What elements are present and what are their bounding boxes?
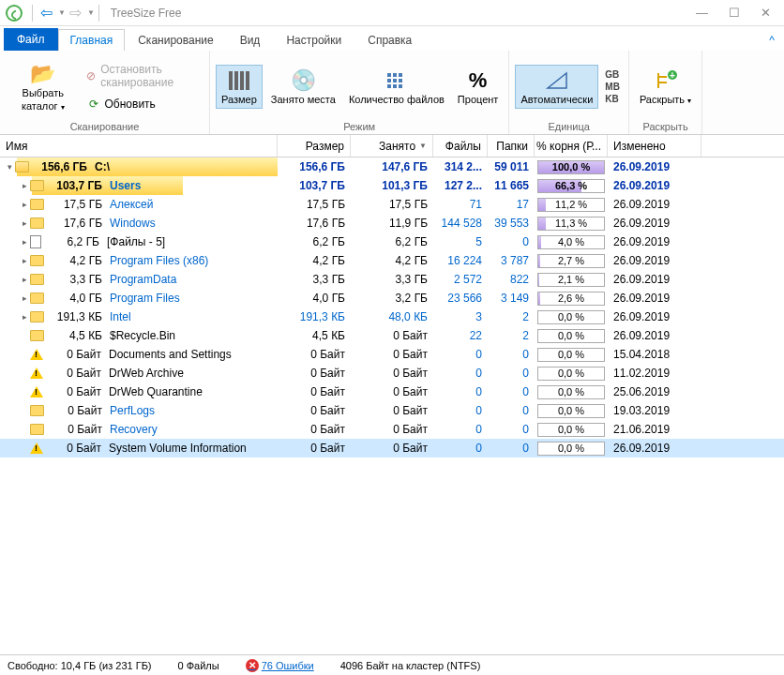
tree-row[interactable]: 0 БайтPerfLogs0 Байт0 Байт000,0 %19.03.2… <box>0 401 784 420</box>
tree-row[interactable]: 0 БайтSystem Volume Information0 Байт0 Б… <box>0 439 784 458</box>
row-size-prefix: 0 Байт <box>47 442 101 455</box>
tree-row[interactable]: ▸3,3 ГБProgramData3,3 ГБ3,3 ГБ2 5728222,… <box>0 270 784 289</box>
cell: 0 Байт <box>278 367 351 380</box>
cell: 3,3 ГБ <box>278 273 351 286</box>
unit-kb-button[interactable]: KB <box>605 94 620 104</box>
mode-percent-button[interactable]: % Процент <box>453 66 504 108</box>
mode-used-button[interactable]: 💿 Занято места <box>266 66 340 108</box>
tab-help[interactable]: Справка <box>354 30 425 51</box>
tree-row[interactable]: 4,5 КБ$Recycle.Bin4,5 КБ0 Байт2220,0 %26… <box>0 326 784 345</box>
unit-mb-button[interactable]: MB <box>605 82 620 92</box>
row-size-prefix: 4,2 ГБ <box>48 254 102 267</box>
cell-dirs: 11 665 <box>488 179 535 192</box>
col-dirs[interactable]: Папки <box>488 135 535 157</box>
expander-icon[interactable]: ▸ <box>19 293 30 303</box>
cell: 0 Байт <box>351 423 433 436</box>
cell: 0 Байт <box>278 348 351 361</box>
row-name: Program Files <box>110 292 180 305</box>
maximize-icon[interactable]: ☐ <box>729 6 740 20</box>
mode-count-button[interactable]: Количество файлов <box>344 66 449 108</box>
tab-settings[interactable]: Настройки <box>273 30 354 51</box>
tree-row[interactable]: ▸17,5 ГБАлексей17,5 ГБ17,5 ГБ711711,2 %2… <box>0 195 784 214</box>
expander-icon[interactable]: ▸ <box>19 256 30 265</box>
expand-tree-icon: + <box>651 68 681 94</box>
minimize-icon[interactable]: — <box>696 6 708 20</box>
expander-icon[interactable]: ▸ <box>19 237 30 247</box>
tree-row[interactable]: ▸103,7 ГБUsers103,7 ГБ101,3 ГБ127 2...11… <box>0 176 784 195</box>
expander-icon[interactable]: ▾ <box>4 162 15 172</box>
tree-row[interactable]: ▸17,6 ГБWindows17,6 ГБ11,9 ГБ144 52839 5… <box>0 214 784 232</box>
expander-icon[interactable]: ▸ <box>19 275 30 284</box>
ribbon-group-unit-label: Единица <box>515 119 622 132</box>
expand-button[interactable]: + Раскрыть ▾ <box>635 66 696 108</box>
tree-row[interactable]: 0 БайтDrWeb Archive0 Байт0 Байт000,0 %11… <box>0 364 784 382</box>
row-size-prefix: 0 Байт <box>47 367 101 380</box>
ribbon-collapse-icon[interactable]: ^ <box>760 30 784 51</box>
col-files[interactable]: Файлы <box>433 135 488 157</box>
cell-percent: 0,0 % <box>535 383 608 401</box>
cell-dirs: 2 <box>488 329 535 342</box>
stop-scan-button[interactable]: ⊘ Остановить сканирование <box>84 61 204 91</box>
expander-icon[interactable]: ▸ <box>19 181 30 190</box>
folder-icon <box>30 330 44 341</box>
cell-dirs: 0 <box>488 385 535 398</box>
col-date[interactable]: Изменено <box>608 135 701 157</box>
tab-file[interactable]: Файл <box>4 28 58 51</box>
row-size-prefix: 0 Байт <box>48 423 102 436</box>
cell-percent: 100,0 % <box>535 158 608 176</box>
nav-back-icon[interactable]: ⇦ <box>37 4 56 22</box>
row-name: ProgramData <box>110 273 176 286</box>
nav-forward-icon[interactable]: ⇨ <box>66 4 85 22</box>
cell-files: 16 224 <box>433 254 488 267</box>
tab-main[interactable]: Главная <box>58 29 126 51</box>
unit-auto-button[interactable]: Автоматически <box>515 65 598 109</box>
col-name[interactable]: Имя <box>0 135 278 157</box>
svg-rect-4 <box>387 73 391 77</box>
row-size-prefix: 191,3 КБ <box>48 310 102 323</box>
unit-gb-button[interactable]: GB <box>605 69 620 80</box>
folder-open-icon: 📂 <box>28 61 58 87</box>
tab-view[interactable]: Вид <box>227 30 274 51</box>
cell: 0 Байт <box>351 348 433 361</box>
cell: 3,2 ГБ <box>351 292 433 305</box>
column-header: Имя Размер Занято▼ Файлы Папки % корня (… <box>0 135 784 158</box>
tree-row[interactable]: ▸4,2 ГБProgram Files (x86)4,2 ГБ4,2 ГБ16… <box>0 251 784 270</box>
cell-percent: 2,6 % <box>535 290 608 308</box>
mode-size-button[interactable]: Размер <box>216 65 263 109</box>
col-pct[interactable]: % корня (Р... <box>535 135 608 157</box>
cell-date: 26.09.2019 <box>608 179 701 192</box>
close-icon[interactable]: ✕ <box>761 6 771 20</box>
col-size[interactable]: Размер <box>278 135 351 157</box>
row-name: Recovery <box>110 423 158 436</box>
row-size-prefix: 17,6 ГБ <box>48 217 102 230</box>
tree-row[interactable]: 0 БайтDrWeb Quarantine0 Байт0 Байт000,0 … <box>0 382 784 401</box>
refresh-button[interactable]: ⟳ Обновить <box>84 95 204 113</box>
tree-row[interactable]: ▸191,3 КБIntel191,3 КБ48,0 КБ320,0 %26.0… <box>0 308 784 326</box>
tree-body[interactable]: ▾156,6 ГБC:\156,6 ГБ147,6 ГБ314 2...59 0… <box>0 158 784 654</box>
cell: 3,3 ГБ <box>351 273 433 286</box>
cell-files: 127 2... <box>433 179 488 192</box>
col-used[interactable]: Занято▼ <box>351 135 433 157</box>
tree-row[interactable]: ▾156,6 ГБC:\156,6 ГБ147,6 ГБ314 2...59 0… <box>0 158 784 176</box>
title-bar: ⇦▼ ⇨▼ TreeSize Free — ☐ ✕ <box>0 0 784 26</box>
select-catalog-button[interactable]: 📂 Выбрать каталог ▾ <box>6 59 81 113</box>
tree-row[interactable]: 0 БайтDocuments and Settings0 Байт0 Байт… <box>0 345 784 364</box>
file-icon <box>30 235 41 248</box>
tree-row[interactable]: ▸4,0 ГБProgram Files4,0 ГБ3,2 ГБ23 5663 … <box>0 289 784 308</box>
status-bar: Свободно: 10,4 ГБ (из 231 ГБ) 0 Файлы ✕7… <box>0 654 784 675</box>
cell-files: 0 <box>433 442 488 455</box>
expander-icon[interactable]: ▸ <box>19 218 30 228</box>
status-errors-link[interactable]: ✕76 Ошибки <box>246 659 314 672</box>
cell-date: 26.09.2019 <box>608 160 701 173</box>
cell-dirs: 0 <box>488 442 535 455</box>
expander-icon[interactable]: ▸ <box>19 200 30 209</box>
tree-row[interactable]: 0 БайтRecovery0 Байт0 Байт000,0 %21.06.2… <box>0 420 784 439</box>
tree-row[interactable]: ▸6,2 ГБ[Файлы - 5]6,2 ГБ6,2 ГБ504,0 %26.… <box>0 232 784 251</box>
folder-icon <box>30 274 44 285</box>
expander-icon[interactable]: ▸ <box>19 312 30 322</box>
row-name: Windows <box>110 217 156 230</box>
tab-scan[interactable]: Сканирование <box>125 30 226 51</box>
cell-dirs: 0 <box>488 235 535 248</box>
cell-files: 0 <box>433 385 488 398</box>
cell: 0 Байт <box>278 404 351 417</box>
